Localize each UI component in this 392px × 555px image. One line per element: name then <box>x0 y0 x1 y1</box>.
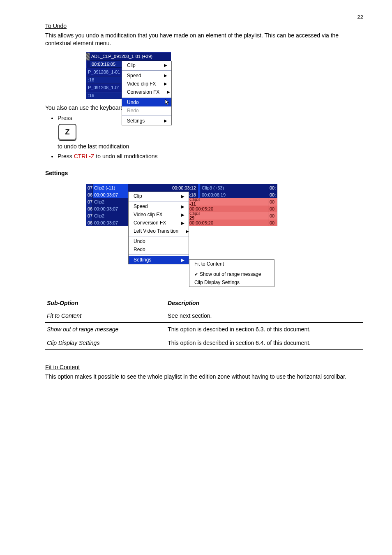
track-timecode: 00 <box>268 198 277 206</box>
track-timecode: 00:00:03:12 <box>128 184 198 192</box>
track-offset: -11 <box>189 202 196 206</box>
bullet-undo-all: Press CTRL-Z to undo all modifications <box>58 153 363 160</box>
track-num: 06 <box>86 220 93 226</box>
track-num: 06 <box>86 206 93 212</box>
track-clip-name: P_091208_1-01 <box>86 85 120 90</box>
submenu-item-show-out-of-range[interactable]: Show out of range message <box>189 270 274 278</box>
section-heading-fit-to-content: Fit to Content <box>45 364 363 370</box>
chevron-right-icon: ▶ <box>164 81 167 86</box>
track-timecode: 00 <box>268 220 277 226</box>
figure-settings-contextmenu: 07 Clip2 (-11) 00:00:03:12 Clip3 (+53) 0… <box>86 184 277 291</box>
track-clip: Clip2 (-11) <box>93 184 128 192</box>
track-clip-name: :16 <box>86 93 94 98</box>
track-num: 07 <box>86 184 93 192</box>
table-row: Clip Display Settings This option is des… <box>45 336 363 350</box>
track-timecode: 00:00:06:19 <box>201 192 268 198</box>
context-menu: Clip▶ Speed▶ Video clip FX▶ Conversion F… <box>122 61 172 125</box>
menu-item-redo: Redo <box>122 106 171 115</box>
menu-item-speed[interactable]: Speed▶ <box>129 202 189 210</box>
menu-item-conversion-fx[interactable]: Conversion FX▶ <box>122 88 171 96</box>
key-icon: Z <box>58 124 76 141</box>
suboptions-table: Sub-Option Description Fit to Content Se… <box>45 297 363 350</box>
submenu-item-clip-display-settings[interactable]: Clip Display Settings <box>189 278 274 287</box>
menu-item-clip[interactable]: Clip▶ <box>122 61 171 69</box>
page-number: 22 <box>45 14 363 20</box>
z-key-graphic: Z <box>58 124 76 141</box>
shortcuts-intro: You also can use the keyboard shortcuts: <box>45 104 363 112</box>
context-menu: Clip▶ Speed▶ Video clip FX▶ Conversion F… <box>128 192 189 264</box>
chevron-right-icon: ▶ <box>181 213 184 217</box>
menu-item-undo[interactable]: Undo <box>129 237 189 245</box>
track-title: ADL_CLP_091208_1-01 (+39) <box>90 54 152 59</box>
track-clip-name: P_091208_1-01 <box>86 69 120 74</box>
submenu-item-fit-to-content[interactable]: Fit to Content <box>189 260 274 268</box>
track-timecode: 00:00:05:20 <box>188 220 268 226</box>
track-clip-name: :16 <box>86 77 94 82</box>
chevron-right-icon: ▶ <box>181 258 184 262</box>
chevron-right-icon: ▶ <box>164 73 167 78</box>
chevron-right-icon: ▶ <box>167 90 170 94</box>
table-header-suboption: Sub-Option <box>45 297 166 309</box>
menu-item-video-clip-fx[interactable]: Video clip FX▶ <box>122 80 171 88</box>
track-timecode: 00 <box>268 206 277 212</box>
track-offset: 29 <box>189 216 194 220</box>
menu-item-settings[interactable]: Settings▶ <box>129 256 189 264</box>
menu-item-clip[interactable]: Clip▶ <box>129 192 189 200</box>
chevron-right-icon: ▶ <box>164 63 167 67</box>
undo-intro-text: This allows you undo a modification that… <box>45 32 363 47</box>
figure-undo-contextmenu: ADL_CLP_091208_1-01 (+39) 00:00:16:05 P_… <box>86 52 171 99</box>
track-timecode: 00:00:03:07 <box>93 192 128 198</box>
clip-handle-icon <box>86 53 90 60</box>
cursor-icon <box>165 99 171 106</box>
chevron-right-icon: ▶ <box>181 221 184 225</box>
chevron-right-icon: ▶ <box>164 118 167 123</box>
track-timecode: 00:00:05:20 <box>188 206 268 212</box>
track-clip: Clip3 (+53) <box>201 184 268 192</box>
menu-item-video-clip-fx[interactable]: Video clip FX▶ <box>129 210 189 219</box>
context-submenu: Fit to Content Show out of range message… <box>189 259 274 287</box>
track-row: ADL_CLP_091208_1-01 (+39) <box>86 52 171 61</box>
track-timecode: 00: <box>268 184 277 192</box>
table-header-description: Description <box>166 297 363 309</box>
menu-item-speed[interactable]: Speed▶ <box>122 72 171 80</box>
track-num: 07 <box>86 212 93 220</box>
bullet-undo-last: Press Z to undo the last modification <box>58 114 363 150</box>
track-num: 06 <box>86 192 93 198</box>
menu-item-left-video-transition[interactable]: Left Video Transition▶ <box>129 227 189 235</box>
track-timecode: 00:00:16:05 <box>90 62 115 67</box>
track-timecode: 00:00:03:07 <box>93 206 128 212</box>
track-clip: Clip2 <box>93 212 128 220</box>
track-timecode: 00:00:03:07 <box>93 220 128 226</box>
track-timecode: 00 <box>268 212 277 220</box>
table-row: Show out of range message This option is… <box>45 323 363 336</box>
chevron-right-icon: ▶ <box>186 229 189 234</box>
menu-item-conversion-fx[interactable]: Conversion FX▶ <box>129 219 189 227</box>
menu-item-settings[interactable]: Settings▶ <box>122 117 171 125</box>
chevron-right-icon: ▶ <box>181 204 184 209</box>
settings-subheading: Settings <box>45 169 363 177</box>
menu-item-undo[interactable]: Undo <box>122 98 171 106</box>
fit-to-content-text: This option makes it possible to see the… <box>45 373 363 381</box>
track-clip: Clip2 <box>93 198 128 206</box>
table-row: Fit to Content See next section. <box>45 309 363 323</box>
track-timecode: 00: <box>268 192 277 198</box>
track-num: 07 <box>86 198 93 206</box>
menu-item-redo[interactable]: Redo <box>129 245 189 254</box>
section-heading-undo: To Undo <box>45 23 363 29</box>
chevron-right-icon: ▶ <box>181 194 184 199</box>
